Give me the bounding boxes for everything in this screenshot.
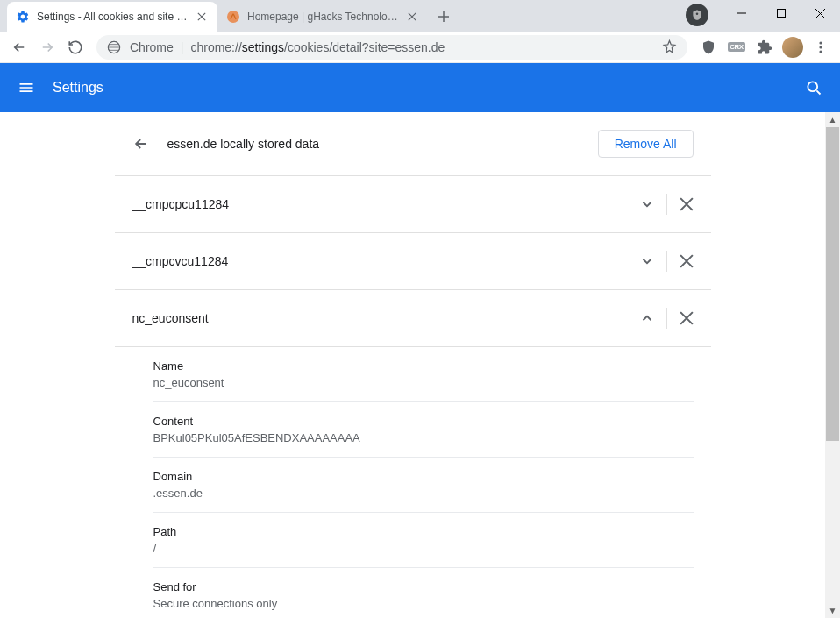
svg-point-4 <box>819 41 822 44</box>
detail-name: Name nc_euconsent <box>153 347 694 402</box>
back-arrow-icon[interactable] <box>132 135 150 153</box>
cookie-name: nc_euconsent <box>132 311 631 325</box>
address-bar: Chrome|chrome://settings/cookies/detail?… <box>0 32 840 63</box>
gear-icon <box>16 10 30 24</box>
cookie-row-expanded[interactable]: nc_euconsent <box>115 290 711 347</box>
cookie-details: Name nc_euconsent Content BPKul05PKul05A… <box>115 347 711 618</box>
remove-all-button[interactable]: Remove All <box>598 130 694 158</box>
detail-content: Content BPKul05PKul05AfESBENDXAAAAAAAA <box>153 402 694 458</box>
scroll-thumb[interactable] <box>826 127 839 441</box>
tab-title: Homepage | gHacks Technology <box>247 11 398 23</box>
delete-cookie-icon[interactable] <box>671 245 702 277</box>
tab-settings[interactable]: Settings - All cookies and site data <box>7 2 217 32</box>
page-title: essen.de locally stored data <box>167 137 580 151</box>
extension-crx-icon[interactable]: CRX <box>724 35 749 60</box>
scroll-up-icon[interactable]: ▲ <box>825 112 840 127</box>
menu-icon[interactable] <box>18 79 35 96</box>
cookie-row[interactable]: __cmpcpcu11284 <box>115 176 711 233</box>
detail-sendfor: Send for Secure connections only <box>153 568 694 618</box>
ghacks-icon <box>226 10 240 24</box>
profile-badge-icon[interactable] <box>686 4 708 26</box>
chevron-down-icon[interactable] <box>631 245 663 277</box>
chrome-menu-button[interactable] <box>808 35 833 60</box>
minimize-button[interactable] <box>722 0 761 26</box>
settings-header: Settings <box>0 63 840 112</box>
detail-domain: Domain .essen.de <box>153 458 694 513</box>
browser-tabstrip: Settings - All cookies and site data Hom… <box>0 0 840 32</box>
scrollbar[interactable]: ▲ ▼ <box>825 112 840 618</box>
profile-avatar[interactable] <box>780 35 805 60</box>
close-window-button[interactable] <box>801 0 840 26</box>
window-controls <box>722 0 840 26</box>
cookie-row[interactable]: __cmpcvcu11284 <box>115 233 711 290</box>
tab-ghacks[interactable]: Homepage | gHacks Technology <box>217 2 428 32</box>
site-info-icon[interactable] <box>107 40 121 54</box>
chevron-up-icon[interactable] <box>631 302 663 334</box>
cookie-list: __cmpcpcu11284 __cmpcvcu11284 nc_euconse… <box>115 175 711 618</box>
svg-point-5 <box>819 46 822 48</box>
tab-title: Settings - All cookies and site data <box>37 11 188 23</box>
search-icon[interactable] <box>805 79 822 96</box>
chevron-down-icon[interactable] <box>631 188 663 220</box>
cookie-name: __cmpcvcu11284 <box>132 254 631 268</box>
svg-point-7 <box>808 82 817 91</box>
svg-point-6 <box>819 50 822 53</box>
close-icon[interactable] <box>405 10 419 24</box>
new-tab-button[interactable] <box>431 4 456 29</box>
svg-point-0 <box>227 11 239 23</box>
forward-button[interactable] <box>35 35 60 60</box>
page-header: essen.de locally stored data Remove All <box>115 130 711 175</box>
close-icon[interactable] <box>195 10 209 24</box>
content-area: essen.de locally stored data Remove All … <box>0 112 825 618</box>
extensions-puzzle-icon[interactable] <box>752 35 777 60</box>
maximize-button[interactable] <box>761 0 801 26</box>
settings-title: Settings <box>53 80 787 96</box>
detail-path: Path / <box>153 513 694 568</box>
cookie-name: __cmpcpcu11284 <box>132 197 631 211</box>
url-text: Chrome|chrome://settings/cookies/detail?… <box>130 40 445 54</box>
delete-cookie-icon[interactable] <box>671 302 702 334</box>
back-button[interactable] <box>7 35 32 60</box>
extension-ublock-icon[interactable] <box>696 35 721 60</box>
reload-button[interactable] <box>63 35 88 60</box>
svg-point-1 <box>696 13 699 16</box>
svg-rect-2 <box>777 10 785 18</box>
omnibox[interactable]: Chrome|chrome://settings/cookies/detail?… <box>96 35 687 60</box>
delete-cookie-icon[interactable] <box>671 188 702 220</box>
scroll-down-icon[interactable]: ▼ <box>825 603 840 618</box>
bookmark-icon[interactable] <box>662 39 677 54</box>
